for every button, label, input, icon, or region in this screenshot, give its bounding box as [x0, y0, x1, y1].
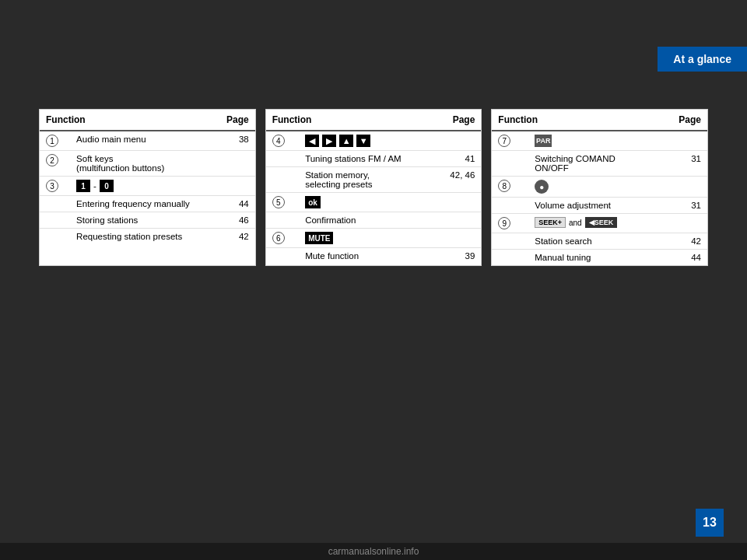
- table-row: Station search 42: [492, 233, 707, 250]
- ok-icon: ok: [305, 196, 321, 208]
- down-arrow-icon: ▼: [356, 135, 370, 147]
- right-arrow-icon: ▶: [322, 135, 336, 147]
- main-content: Function Page 1 Audio main menu 38 2 Sof…: [39, 109, 708, 266]
- table-row: Volume adjustment 31: [492, 198, 707, 214]
- row-page: [434, 212, 481, 229]
- row-num: [40, 229, 70, 245]
- watermark: carmanualsonline.info: [0, 543, 747, 560]
- left-arrow-icon: ◀: [305, 135, 319, 147]
- row-function: Switching COMANDON/OFF: [528, 151, 659, 177]
- row-num: [492, 250, 528, 266]
- volume-icon: ●: [535, 180, 549, 194]
- circle-icon: 8: [498, 180, 510, 192]
- table-row: Mute function 39: [266, 248, 482, 264]
- and-text: and: [569, 219, 582, 227]
- row-num: [492, 198, 528, 214]
- row-function: Manual tuning: [528, 250, 659, 266]
- row-page: 38: [215, 131, 254, 151]
- dash-separator: -: [93, 181, 96, 191]
- row-page: 44: [215, 196, 254, 212]
- row-num: 3: [40, 177, 70, 196]
- row-page: 42: [215, 229, 254, 245]
- row-num: [266, 212, 299, 229]
- row-num: [266, 167, 299, 193]
- page-number: 13: [703, 516, 717, 530]
- row-num: [492, 151, 528, 177]
- row-num: 8: [492, 177, 528, 198]
- table-1: Function Page 1 Audio main menu 38 2 Sof…: [39, 109, 256, 266]
- seek-minus-icon: ◀SEEK: [585, 217, 618, 228]
- row-page: [659, 131, 707, 151]
- row-function: Storing stations: [70, 212, 215, 229]
- row-function: Volume adjustment: [528, 198, 659, 214]
- table-row: Requesting station presets 42: [40, 229, 255, 245]
- mute-icon: MUTE: [305, 232, 333, 244]
- row-page: 41: [434, 151, 481, 167]
- row-function: Requesting station presets: [70, 229, 215, 245]
- row-page: 42, 46: [434, 167, 481, 193]
- row-num: 9: [492, 214, 528, 233]
- row-page: [434, 229, 481, 248]
- row-num: 2: [40, 151, 70, 177]
- number-icon: 0: [100, 180, 114, 192]
- row-function: Soft keys(multifunction buttons): [70, 151, 215, 177]
- row-page: [434, 131, 481, 151]
- row-page: 46: [215, 212, 254, 229]
- circle-icon: 3: [46, 180, 58, 192]
- table-row: 6 MUTE: [266, 229, 482, 248]
- col-page-3: Page: [659, 110, 707, 131]
- col-function-2: Function: [266, 110, 435, 131]
- par-icon: PAR: [535, 135, 552, 147]
- row-num: 7: [492, 131, 528, 151]
- row-function: Tuning stations FM / AM: [299, 151, 434, 167]
- table-3: Function Page 7 PAR Switching COMANDON/O…: [491, 109, 708, 266]
- row-num: 5: [266, 193, 299, 212]
- row-function: Confirmation: [299, 212, 434, 229]
- circle-icon: 2: [46, 154, 58, 166]
- circle-icon: 7: [498, 135, 510, 147]
- table-row: 9 SEEK+ and ◀SEEK: [492, 214, 707, 233]
- table-row: 1 Audio main menu 38: [40, 131, 255, 151]
- row-page: [659, 177, 707, 198]
- table-row: 3 1 - 0: [40, 177, 255, 196]
- row-function: ◀ ▶ ▲ ▼: [299, 131, 434, 151]
- row-page: [215, 151, 254, 177]
- table-row: 4 ◀ ▶ ▲ ▼: [266, 131, 482, 151]
- row-page: [434, 193, 481, 212]
- row-num: 1: [40, 131, 70, 151]
- row-page: [215, 177, 254, 196]
- table-2: Function Page 4 ◀ ▶ ▲ ▼: [265, 109, 482, 266]
- row-num: 6: [266, 229, 299, 248]
- circle-icon: 4: [272, 135, 285, 147]
- col-function-3: Function: [492, 110, 659, 131]
- table-row: Entering frequency manually 44: [40, 196, 255, 212]
- row-function: Entering frequency manually: [70, 196, 215, 212]
- col-function-1: Function: [40, 110, 215, 131]
- circle-icon: 1: [46, 135, 58, 147]
- row-function: Audio main menu: [70, 131, 215, 151]
- up-arrow-icon: ▲: [339, 135, 353, 147]
- table-row: 7 PAR: [492, 131, 707, 151]
- row-function: SEEK+ and ◀SEEK: [528, 214, 659, 233]
- table-row: Manual tuning 44: [492, 250, 707, 266]
- table-row: Storing stations 46: [40, 212, 255, 229]
- row-function: PAR: [528, 131, 659, 151]
- table-row: Switching COMANDON/OFF 31: [492, 151, 707, 177]
- row-num: [492, 233, 528, 250]
- row-function: ●: [528, 177, 659, 198]
- row-function: ok: [299, 193, 434, 212]
- row-page: 39: [434, 248, 481, 264]
- row-function: Station search: [528, 233, 659, 250]
- col-page-2: Page: [434, 110, 481, 131]
- table-row: Tuning stations FM / AM 41: [266, 151, 482, 167]
- col-page-1: Page: [215, 110, 254, 131]
- table-row: 2 Soft keys(multifunction buttons): [40, 151, 255, 177]
- table-row: 8 ●: [492, 177, 707, 198]
- row-page: 31: [659, 198, 707, 214]
- row-function: 1 - 0: [70, 177, 215, 196]
- row-num: [266, 151, 299, 167]
- row-function: Station memory,selecting presets: [299, 167, 434, 193]
- row-num: [40, 196, 70, 212]
- row-page: [659, 214, 707, 233]
- circle-icon: 5: [272, 196, 285, 208]
